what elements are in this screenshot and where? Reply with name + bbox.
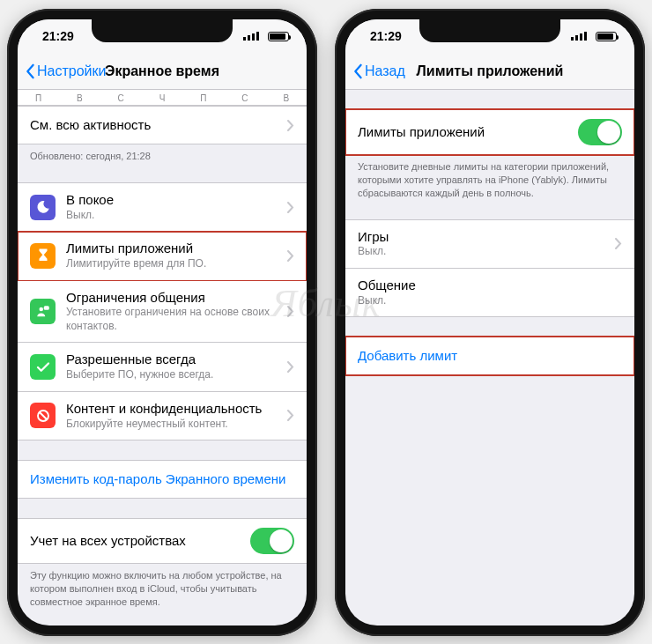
- row-share-across-devices[interactable]: Учет на всех устройствах: [18, 518, 307, 564]
- nosign-icon: [30, 403, 56, 428]
- share-footer: Эту функцию можно включить на любом устр…: [18, 564, 307, 609]
- updated-label: Обновлено: сегодня, 21:28: [18, 144, 307, 163]
- back-label: Назад: [365, 63, 405, 79]
- notch: [92, 19, 233, 42]
- cellular-icon: [243, 32, 259, 41]
- back-button[interactable]: Назад: [352, 63, 405, 79]
- cellular-icon: [571, 32, 587, 41]
- chevron-right-icon: [282, 361, 294, 373]
- svg-rect-1: [43, 306, 48, 310]
- row-app-limits-toggle[interactable]: Лимиты приложений: [345, 109, 634, 155]
- row-category-social[interactable]: Общение Выкл.: [345, 269, 634, 317]
- person-bubble-icon: [30, 299, 56, 324]
- row-change-passcode[interactable]: Изменить код-пароль Экранного времени: [18, 460, 307, 499]
- phone-left: 21:29 Настройки Экранное время П В: [7, 9, 317, 636]
- share-switch[interactable]: [250, 528, 294, 554]
- row-communication-limits[interactable]: Ограничения общения Установите ограничен…: [18, 281, 307, 344]
- row-category-games[interactable]: Игры Выкл.: [345, 219, 634, 269]
- weekday-bar: П В С Ч П С В: [18, 90, 307, 106]
- back-button[interactable]: Настройки: [25, 63, 106, 79]
- chevron-right-icon: [282, 306, 294, 317]
- chevron-right-icon: [282, 202, 294, 213]
- status-time: 21:29: [42, 29, 74, 43]
- moon-icon: [30, 195, 56, 220]
- phone-right: 21:29 Назад Лимиты приложений Лимиты при: [335, 9, 645, 636]
- chevron-right-icon: [282, 410, 294, 421]
- app-limits-switch[interactable]: [578, 119, 622, 145]
- nav-bar: Назад Лимиты приложений: [345, 53, 634, 90]
- row-app-limits[interactable]: Лимиты приложений Лимитируйте время для …: [18, 232, 307, 280]
- status-time: 21:29: [370, 29, 402, 43]
- back-label: Настройки: [37, 63, 106, 79]
- nav-bar: Настройки Экранное время: [18, 53, 307, 90]
- hourglass-icon: [30, 243, 56, 269]
- chevron-right-icon: [282, 120, 294, 131]
- row-see-all-activity[interactable]: См. всю активность: [18, 106, 307, 144]
- chevron-right-icon: [282, 250, 294, 262]
- row-add-limit[interactable]: Добавить лимит: [345, 337, 634, 375]
- svg-point-0: [39, 307, 43, 311]
- chevron-right-icon: [610, 238, 622, 249]
- notch: [419, 19, 560, 42]
- row-always-allowed[interactable]: Разрешенные всегда Выберите ПО, нужное в…: [18, 343, 307, 391]
- checkmark-icon: [30, 354, 56, 380]
- row-content-privacy[interactable]: Контент и конфиденциальность Блокируйте …: [18, 392, 307, 440]
- battery-icon: [268, 32, 289, 41]
- row-downtime[interactable]: В покое Выкл.: [18, 182, 307, 232]
- toggle-footer: Установите дневные лимиты на категории п…: [345, 155, 634, 200]
- battery-icon: [596, 32, 617, 41]
